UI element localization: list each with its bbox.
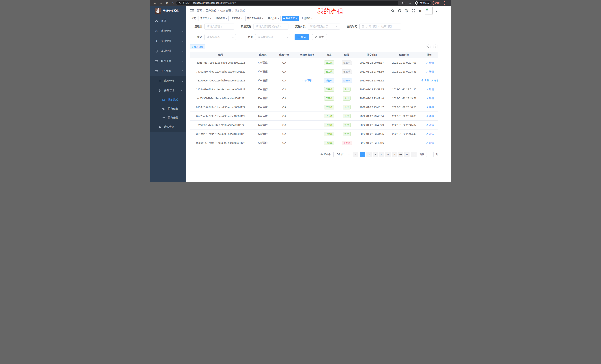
view-tab[interactable]: 发起流程 × xyxy=(300,16,314,21)
cell-result: 已取消 xyxy=(338,69,355,74)
search-button[interactable]: 搜索 xyxy=(295,34,309,40)
detail-action-link[interactable]: 详情 xyxy=(426,123,434,127)
sidebar-item-infrastructure[interactable]: 基础设施 xyxy=(150,46,186,56)
sidebar-item-done-tasks[interactable]: 已办任务 xyxy=(150,113,186,122)
show-search-icon[interactable] xyxy=(426,45,431,49)
view-tab[interactable]: 首页 × xyxy=(190,16,197,21)
process-definition-input[interactable]: 请输入流程定义的编号 xyxy=(253,24,289,29)
result-select[interactable]: 请选择流结果 xyxy=(255,34,290,40)
incognito-label: 无痕模式 xyxy=(420,1,429,4)
goto-page-input[interactable]: 1 xyxy=(426,152,434,157)
page-number-button[interactable]: 3 xyxy=(373,152,378,157)
home-icon[interactable]: ⌂ xyxy=(170,1,175,5)
detail-action-link[interactable]: 详情 xyxy=(426,141,434,144)
view-tab[interactable]: 流程表单 × xyxy=(230,16,244,21)
start-date-placeholder: 开始日期 xyxy=(366,25,377,28)
reset-button[interactable]: 重置 xyxy=(312,34,327,40)
github-icon[interactable] xyxy=(398,9,401,13)
trash-icon xyxy=(421,79,423,81)
tree-icon xyxy=(159,89,161,92)
detail-action-link[interactable]: 详情 xyxy=(426,61,434,64)
fullscreen-icon[interactable] xyxy=(411,9,415,13)
next-page-button[interactable]: › xyxy=(411,152,417,157)
cell-actions: 取消 详情 xyxy=(421,123,438,127)
process-category-select[interactable]: 请选择流程分类 xyxy=(308,24,340,29)
breadcrumb-workflow[interactable]: 工作流程 xyxy=(206,9,216,12)
sidebar-item-task-mgmt[interactable]: 任务管理 xyxy=(150,86,186,95)
page-number-button[interactable]: 1 xyxy=(360,152,365,157)
reload-icon[interactable]: ↻ xyxy=(164,1,169,5)
refresh-table-icon[interactable] xyxy=(433,45,438,49)
logo-avatar xyxy=(155,8,161,14)
sidebar-item-workflow[interactable]: 工作流程 xyxy=(150,66,186,76)
start-process-button[interactable]: + 发起流程 xyxy=(190,45,205,49)
detail-action-link[interactable]: 详情 xyxy=(426,88,434,91)
sidebar-item-label: 工作流程 xyxy=(161,69,171,73)
avatar[interactable] xyxy=(425,7,432,14)
page-size-select[interactable]: 10条/页 xyxy=(333,152,351,157)
sidebar-item-my-process[interactable]: 我的流程 xyxy=(150,95,186,104)
detail-action-link[interactable]: 详情 xyxy=(426,132,434,136)
logo-row[interactable]: 芋道管理系统 xyxy=(150,6,186,16)
cell-status: 已完成 xyxy=(320,96,338,101)
search-icon[interactable] xyxy=(391,9,394,13)
close-icon[interactable]: × xyxy=(311,17,312,19)
page-number-button[interactable]: 11 xyxy=(404,152,410,157)
hamburger-icon[interactable] xyxy=(189,8,195,14)
detail-action-link[interactable]: 详情 xyxy=(431,79,438,82)
close-icon[interactable]: × xyxy=(262,17,263,19)
bookmark-star-icon[interactable]: ☆ xyxy=(408,1,412,5)
cell-end-time: 2022-01-22 23:46:53 xyxy=(388,106,421,109)
detail-action-link[interactable]: 详情 xyxy=(426,115,434,118)
forward-arrow-icon[interactable]: → xyxy=(159,1,163,5)
breadcrumb-home[interactable]: 首页 xyxy=(197,9,202,12)
view-tab[interactable]: 流程表单-编辑 × xyxy=(245,16,265,21)
page-number-button[interactable]: 2 xyxy=(366,152,372,157)
prev-page-button[interactable]: ‹ xyxy=(353,152,358,157)
close-icon[interactable]: × xyxy=(210,17,211,19)
sidebar-item-payment[interactable]: ¥ 支付管理 xyxy=(150,36,186,46)
cancel-action-link[interactable]: 取消 xyxy=(421,79,429,82)
detail-action-link[interactable]: 详情 xyxy=(426,97,434,100)
tab-label: 流程表单 xyxy=(231,17,240,20)
close-icon[interactable]: × xyxy=(241,17,242,19)
view-tab[interactable]: 流程模型 × xyxy=(214,16,229,21)
close-icon[interactable]: × xyxy=(296,17,297,19)
pagination: 共 104 条 10条/页 ‹ 1 2 xyxy=(190,152,438,161)
caret-down-icon[interactable] xyxy=(436,11,438,13)
page-number-button[interactable]: 4 xyxy=(379,152,384,157)
page-number-button[interactable]: 5 xyxy=(385,152,391,157)
filter-row-2: 状态 请选择状态 结果 请选择流结果 搜索 重置 xyxy=(190,34,438,40)
edit-icon xyxy=(426,97,429,99)
goto-unit: 页 xyxy=(436,153,438,156)
address-bar[interactable]: 不安全 dashboard.yudao.iocoder.cn/bpm/task/… xyxy=(176,1,398,5)
sidebar-item-todo-tasks[interactable]: 待办任务 xyxy=(150,104,186,113)
sidebar-item-devtools[interactable]: 研发工具 xyxy=(150,56,186,66)
detail-action-link[interactable]: 详情 xyxy=(426,105,434,109)
sidebar-item-process-mgmt[interactable]: 流程管理 xyxy=(150,76,186,86)
breadcrumb-task-mgmt[interactable]: 任务管理 xyxy=(220,9,231,12)
view-tab[interactable]: 我的流程 × xyxy=(282,16,299,21)
view-tab[interactable]: 流程定义 × xyxy=(199,16,213,21)
sidebar-item-system[interactable]: ⚙ 系统管理 xyxy=(150,26,186,36)
sidebar-item-leave-query[interactable]: 请假查询 xyxy=(150,122,186,132)
help-icon[interactable]: ? xyxy=(404,9,408,13)
date-range-picker[interactable]: 开始日期 - 结束日期 xyxy=(359,24,401,29)
view-tab[interactable]: 用户分组 × xyxy=(266,16,281,21)
back-arrow-icon[interactable]: ← xyxy=(152,1,157,5)
close-icon[interactable]: × xyxy=(226,17,227,19)
sidebar-item-home[interactable]: 首页 xyxy=(150,16,186,26)
browser-menu-icon[interactable]: ⋮ xyxy=(441,1,443,4)
close-icon[interactable]: × xyxy=(278,17,279,19)
detail-action-link[interactable]: 详情 xyxy=(426,70,434,73)
key-icon[interactable] xyxy=(401,1,406,5)
update-button[interactable]: 更新 ⋮ xyxy=(432,1,445,5)
font-size-icon[interactable]: tT xyxy=(418,9,422,13)
current-task-link[interactable]: 一级审批 xyxy=(302,79,312,82)
process-name-input[interactable]: 请输入流程名 xyxy=(204,24,234,29)
cell-id: 7317cec6-7b9b-11ec-b5b7-acde48001122 xyxy=(190,79,252,82)
user-icon xyxy=(159,126,161,128)
page-number-button[interactable]: 6 xyxy=(392,152,397,157)
status-select[interactable]: 请选择状态 xyxy=(204,34,236,40)
page-number-button[interactable]: ••• xyxy=(398,152,403,157)
